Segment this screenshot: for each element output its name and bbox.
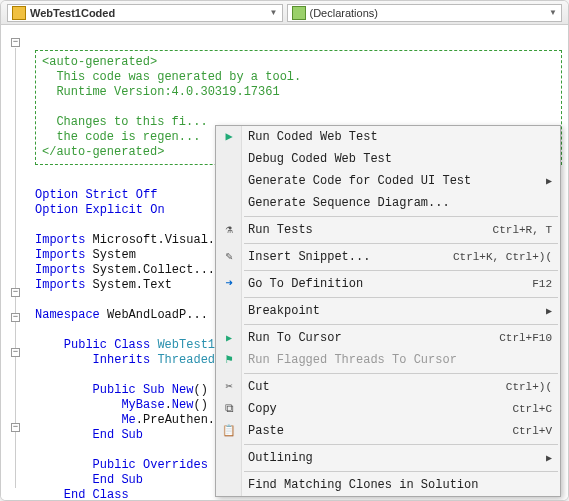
- menu-go-to-definition[interactable]: ➜ Go To Definition F12: [216, 273, 560, 295]
- menu-label: Cut: [248, 380, 270, 395]
- menu-cut[interactable]: Cut Ctrl+)(: [216, 376, 560, 398]
- paste-icon: [221, 423, 237, 439]
- run-to-cursor-icon: [221, 330, 237, 346]
- menu-label: Run Tests: [248, 223, 313, 238]
- code-editor[interactable]: − − − − − <auto-generated> This code was…: [1, 25, 568, 500]
- menu-label: Generate Sequence Diagram...: [248, 196, 450, 211]
- chevron-down-icon: ▼: [549, 8, 557, 17]
- menu-find-matching-clones[interactable]: Find Matching Clones in Solution: [216, 474, 560, 496]
- menu-shortcut: Ctrl+)(: [506, 380, 552, 395]
- outline-toggle[interactable]: −: [11, 423, 20, 432]
- chevron-down-icon: ▼: [270, 8, 278, 17]
- menu-generate-sequence-diagram[interactable]: Generate Sequence Diagram...: [216, 192, 560, 214]
- class-icon: [12, 6, 26, 20]
- menu-label: Debug Coded Web Test: [248, 152, 392, 167]
- copy-icon: [221, 401, 237, 417]
- menu-label: Copy: [248, 402, 277, 417]
- outline-toggle[interactable]: −: [11, 348, 20, 357]
- menu-label: Run Coded Web Test: [248, 130, 378, 145]
- menu-separator: [244, 216, 558, 217]
- menu-separator: [244, 243, 558, 244]
- menu-copy[interactable]: Copy Ctrl+C: [216, 398, 560, 420]
- menu-run-coded-web-test[interactable]: ▶ Run Coded Web Test: [216, 126, 560, 148]
- menu-shortcut: Ctrl+C: [512, 402, 552, 417]
- member-dropdown-label: (Declarations): [310, 7, 378, 19]
- menu-label: Breakpoint: [248, 304, 320, 319]
- menu-separator: [244, 324, 558, 325]
- outline-toggle[interactable]: −: [11, 288, 20, 297]
- menu-label: Outlining: [248, 451, 313, 466]
- menu-outlining[interactable]: Outlining ▶: [216, 447, 560, 469]
- flag-icon: [221, 352, 237, 368]
- menu-shortcut: Ctrl+R, T: [493, 223, 552, 238]
- menu-separator: [244, 297, 558, 298]
- menu-run-tests[interactable]: Run Tests Ctrl+R, T: [216, 219, 560, 241]
- member-dropdown[interactable]: (Declarations) ▼: [287, 4, 563, 22]
- run-icon: ▶: [221, 129, 237, 145]
- menu-shortcut: Ctrl+F10: [499, 331, 552, 346]
- outline-toggle[interactable]: −: [11, 313, 20, 322]
- flask-icon: [221, 222, 237, 238]
- menu-breakpoint[interactable]: Breakpoint ▶: [216, 300, 560, 322]
- snippet-icon: [221, 249, 237, 265]
- menu-run-flagged-threads: Run Flagged Threads To Cursor: [216, 349, 560, 371]
- submenu-arrow-icon: ▶: [546, 304, 552, 319]
- submenu-arrow-icon: ▶: [546, 451, 552, 466]
- editor-window: WebTest1Coded ▼ (Declarations) ▼ − − − −…: [0, 0, 569, 501]
- menu-label: Insert Snippet...: [248, 250, 370, 265]
- menu-shortcut: Ctrl+V: [512, 424, 552, 439]
- menu-paste[interactable]: Paste Ctrl+V: [216, 420, 560, 442]
- submenu-arrow-icon: ▶: [546, 174, 552, 189]
- menu-separator: [244, 373, 558, 374]
- menu-label: Find Matching Clones in Solution: [248, 478, 478, 493]
- menu-generate-code-coded-ui[interactable]: Generate Code for Coded UI Test ▶: [216, 170, 560, 192]
- menu-separator: [244, 270, 558, 271]
- class-dropdown-label: WebTest1Coded: [30, 7, 115, 19]
- menu-shortcut: F12: [532, 277, 552, 292]
- menu-label: Go To Definition: [248, 277, 363, 292]
- menu-run-to-cursor[interactable]: Run To Cursor Ctrl+F10: [216, 327, 560, 349]
- menu-label: Run To Cursor: [248, 331, 342, 346]
- menu-insert-snippet[interactable]: Insert Snippet... Ctrl+K, Ctrl+)(: [216, 246, 560, 268]
- menu-label: Run Flagged Threads To Cursor: [248, 353, 457, 368]
- menu-separator: [244, 444, 558, 445]
- menu-separator: [244, 471, 558, 472]
- outline-toggle[interactable]: −: [11, 38, 20, 47]
- context-menu: ▶ Run Coded Web Test Debug Coded Web Tes…: [215, 125, 561, 497]
- outlining-gutter: − − − − −: [1, 25, 31, 500]
- nav-bar: WebTest1Coded ▼ (Declarations) ▼: [1, 1, 568, 25]
- menu-debug-coded-web-test[interactable]: Debug Coded Web Test: [216, 148, 560, 170]
- menu-label: Paste: [248, 424, 284, 439]
- cut-icon: [221, 379, 237, 395]
- declarations-icon: [292, 6, 306, 20]
- menu-shortcut: Ctrl+K, Ctrl+)(: [453, 250, 552, 265]
- definition-icon: ➜: [221, 276, 237, 292]
- menu-label: Generate Code for Coded UI Test: [248, 174, 471, 189]
- class-dropdown[interactable]: WebTest1Coded ▼: [7, 4, 283, 22]
